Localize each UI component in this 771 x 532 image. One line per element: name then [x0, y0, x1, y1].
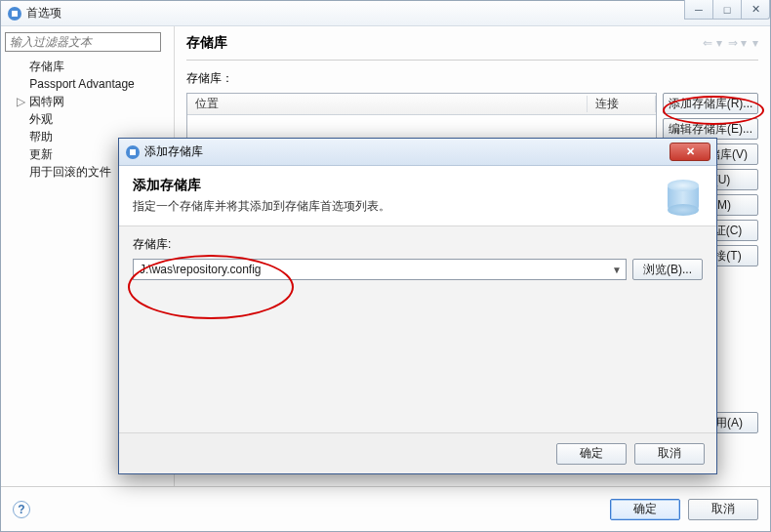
dialog-header-desc: 指定一个存储库并将其添加到存储库首选项列表。 [133, 198, 390, 215]
filter-input[interactable] [5, 32, 161, 52]
tree-item-repository[interactable]: 存储库 [17, 58, 170, 75]
repository-field-row: J:\was\repository.config ▼ 浏览(B)... [133, 259, 703, 280]
dialog-header-text: 添加存储库 指定一个存储库并将其添加到存储库首选项列表。 [133, 177, 390, 215]
repositories-label: 存储库： [186, 70, 758, 87]
chevron-down-icon: ▼ [612, 265, 622, 275]
tree-label: 外观 [29, 112, 53, 126]
nav-forward-icon[interactable]: ⇒ ▾ [728, 36, 747, 50]
database-icon [664, 177, 703, 216]
dialog-cancel-button[interactable]: 取消 [634, 443, 705, 465]
svg-rect-1 [12, 11, 18, 17]
dialog-header-title: 添加存储库 [133, 177, 390, 194]
dialog-title: 添加存储库 [144, 143, 203, 160]
browse-button[interactable]: 浏览(B)... [632, 259, 703, 280]
tree-item-appearance[interactable]: 外观 [17, 110, 170, 128]
app-icon [7, 6, 22, 21]
nav-arrows: ⇐ ▾ ⇒ ▾ ▾ [703, 36, 758, 50]
help-icon[interactable]: ? [13, 501, 30, 518]
tree-label: 因特网 [29, 95, 64, 108]
main-titlebar: 首选项 ─ □ ✕ [1, 1, 770, 26]
dialog-footer: 确定 取消 [119, 432, 716, 473]
maximize-button[interactable]: □ [712, 0, 742, 20]
dialog-close-button[interactable]: ✕ [670, 143, 710, 161]
dialog-ok-button[interactable]: 确定 [556, 443, 627, 465]
ok-button[interactable]: 确定 [610, 499, 680, 520]
preferences-window: 首选项 ─ □ ✕ 存储库 Passport Advantage ▷ 因特网 [0, 0, 771, 532]
repository-path-combo[interactable]: J:\was\repository.config ▼ [133, 259, 627, 280]
tree-label: 存储库 [29, 60, 64, 73]
main-window-title: 首选项 [26, 5, 61, 21]
minimize-button[interactable]: ─ [684, 0, 713, 20]
add-repository-dialog: 添加存储库 ✕ 添加存储库 指定一个存储库并将其添加到存储库首选项列表。 存储库… [118, 138, 717, 474]
repository-path-value: J:\was\repository.config [140, 263, 262, 276]
right-header: 存储库 ⇐ ▾ ⇒ ▾ ▾ [186, 34, 758, 61]
tree-label: Passport Advantage [29, 77, 134, 91]
dialog-app-icon [125, 144, 141, 160]
dialog-titlebar: 添加存储库 ✕ [119, 139, 716, 166]
close-button[interactable]: ✕ [741, 0, 770, 20]
footer-buttons: 确定 取消 [610, 499, 758, 520]
svg-rect-3 [130, 149, 136, 155]
tree-item-passport[interactable]: Passport Advantage [17, 75, 170, 93]
edit-repository-button[interactable]: 编辑存储库(E)... [663, 118, 758, 140]
col-connection[interactable]: 连接 [588, 96, 656, 112]
main-footer: ? 确定 取消 [1, 486, 770, 531]
tree-label: 帮助 [29, 130, 53, 143]
nav-back-icon[interactable]: ⇐ ▾ [703, 36, 721, 50]
dialog-body: 存储库: J:\was\repository.config ▼ 浏览(B)... [119, 226, 716, 432]
window-controls: ─ □ ✕ [685, 0, 770, 20]
tree-item-internet[interactable]: ▷ 因特网 [17, 93, 170, 110]
nav-menu-icon[interactable]: ▾ [752, 36, 758, 50]
col-location[interactable]: 位置 [187, 96, 588, 112]
tree-label: 用于回滚的文件 [29, 165, 111, 179]
page-title: 存储库 [186, 34, 227, 52]
dialog-header: 添加存储库 指定一个存储库并将其添加到存储库首选项列表。 [119, 166, 716, 226]
repository-field-label: 存储库: [133, 236, 703, 253]
add-repository-button[interactable]: 添加存储库(R)... [663, 93, 758, 114]
tree-label: 更新 [29, 147, 53, 161]
table-header: 位置 连接 [187, 94, 656, 115]
cancel-button[interactable]: 取消 [688, 499, 758, 520]
